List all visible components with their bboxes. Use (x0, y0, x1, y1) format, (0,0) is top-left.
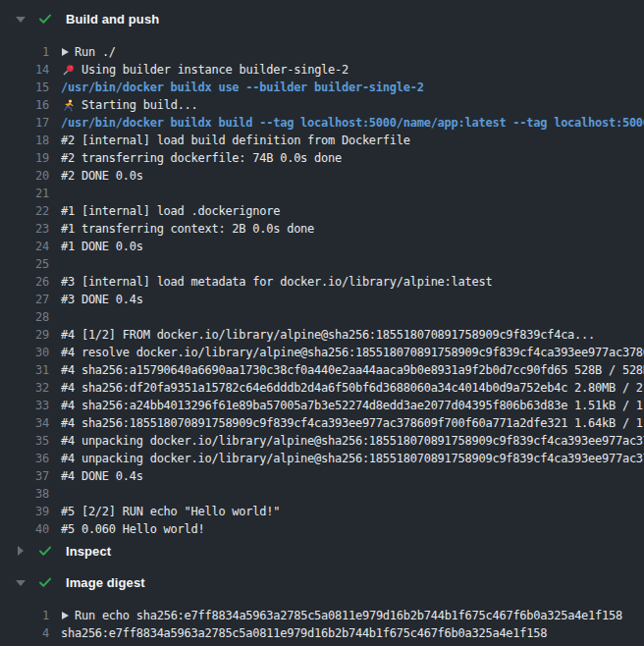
log-line: 21 (0, 185, 644, 202)
log-line: 18 #2 [internal] load build definition f… (0, 132, 644, 149)
line-text: #2 [internal] load build definition from… (61, 132, 644, 149)
line-text: #4 sha256:a15790640a6690aa1730c38cf0a440… (61, 361, 644, 379)
log-line: 4 sha256:e7ff8834a5963a2785c5a0811e979d1… (0, 624, 644, 642)
line-number[interactable]: 14 (0, 61, 49, 79)
log-line: 36 #4 unpacking docker.io/library/alpine… (0, 450, 644, 467)
log-section-image-digest: Image digest 1 Run echo sha256:e7ff8834a… (0, 569, 644, 642)
section-title: Inspect (66, 544, 111, 559)
line-number[interactable]: 24 (0, 238, 49, 255)
line-text: #5 0.060 Hello world! (61, 520, 644, 538)
line-number[interactable]: 1 (0, 607, 49, 624)
log-line: 23 #1 transferring context: 2B 0.0s done (0, 220, 644, 238)
log-line: 40 #5 0.060 Hello world! (0, 520, 644, 538)
line-number[interactable]: 30 (0, 344, 49, 361)
line-text: Starting build... (81, 96, 644, 114)
line-text: Using builder instance builder-single-2 (81, 61, 644, 79)
line-number[interactable]: 22 (0, 202, 49, 220)
line-number[interactable]: 1 (0, 43, 49, 61)
check-icon (37, 543, 53, 559)
line-number[interactable]: 35 (0, 432, 49, 450)
line-text: /usr/bin/docker buildx use --builder bui… (61, 79, 644, 96)
line-number[interactable]: 31 (0, 361, 49, 379)
line-text: #5 [2/2] RUN echo "Hello world!" (61, 503, 644, 520)
log-line: 22 #1 [internal] load .dockerignore (0, 202, 644, 220)
check-icon (37, 574, 53, 590)
line-number[interactable]: 34 (0, 414, 49, 432)
section-title: Build and push (66, 12, 159, 27)
workflow-log: Build and push 1 Run ./ 14 Using builder… (0, 0, 644, 642)
log-line: 38 (0, 485, 644, 503)
section-header-build-and-push[interactable]: Build and push (0, 6, 644, 31)
log-line: 26 #3 [internal] load metadata for docke… (0, 273, 644, 291)
log-section-build-and-push: Build and push 1 Run ./ 14 Using builder… (0, 6, 644, 538)
log-lines: 1 Run ./ 14 Using builder instance build… (0, 43, 644, 538)
log-line: 19 #2 transferring dockerfile: 74B 0.0s … (0, 149, 644, 167)
line-number[interactable]: 36 (0, 450, 49, 467)
line-number[interactable]: 20 (0, 167, 49, 185)
runner-icon (61, 98, 76, 112)
section-header-image-digest[interactable]: Image digest (0, 569, 644, 595)
log-line: 16 Starting build... (0, 96, 644, 114)
line-text: #4 sha256:a24bb4013296f61e89ba57005a7b3e… (61, 397, 644, 414)
log-line: 20 #2 DONE 0.0s (0, 167, 644, 185)
line-text: #4 unpacking docker.io/library/alpine@sh… (61, 432, 644, 450)
line-number[interactable]: 19 (0, 149, 49, 167)
line-number[interactable]: 39 (0, 503, 49, 520)
log-line: 39 #5 [2/2] RUN echo "Hello world!" (0, 503, 644, 520)
log-line: 14 Using builder instance builder-single… (0, 61, 644, 79)
line-number[interactable]: 40 (0, 520, 49, 538)
pushpin-icon (61, 63, 76, 77)
log-line: 1 Run echo sha256:e7ff8834a5963a2785c5a0… (0, 607, 644, 624)
line-text: #4 sha256:185518070891758909c9f839cf4ca3… (61, 414, 644, 432)
line-number[interactable]: 28 (0, 308, 49, 326)
check-icon (37, 11, 53, 27)
log-line: 28 (0, 308, 644, 326)
line-number[interactable]: 15 (0, 79, 49, 96)
line-number[interactable]: 27 (0, 291, 49, 308)
section-header-inspect[interactable]: Inspect (0, 538, 644, 564)
line-text: #3 DONE 0.4s (61, 291, 644, 308)
line-number[interactable]: 21 (0, 185, 49, 202)
chevron-down-icon[interactable] (16, 14, 26, 24)
log-line: 37 #4 DONE 0.4s (0, 467, 644, 485)
chevron-down-icon[interactable] (16, 577, 26, 587)
play-expand-icon[interactable] (61, 612, 69, 620)
line-number[interactable]: 26 (0, 273, 49, 291)
line-number[interactable]: 37 (0, 467, 49, 485)
line-number[interactable]: 25 (0, 255, 49, 273)
line-text: #1 DONE 0.0s (61, 238, 644, 255)
log-line: 33 #4 sha256:a24bb4013296f61e89ba57005a7… (0, 397, 644, 414)
line-text: #4 resolve docker.io/library/alpine@sha2… (61, 344, 644, 361)
log-line: 27 #3 DONE 0.4s (0, 291, 644, 308)
log-line: 17 /usr/bin/docker buildx build --tag lo… (0, 114, 644, 132)
line-number[interactable]: 38 (0, 485, 49, 503)
line-number[interactable]: 16 (0, 96, 49, 114)
line-number[interactable]: 32 (0, 379, 49, 397)
line-number[interactable]: 29 (0, 326, 49, 344)
line-text: sha256:e7ff8834a5963a2785c5a0811e979d16b… (61, 624, 644, 642)
line-number[interactable]: 33 (0, 397, 49, 414)
line-text: #3 [internal] load metadata for docker.i… (61, 273, 644, 291)
log-line: 15 /usr/bin/docker buildx use --builder … (0, 79, 644, 96)
play-expand-icon[interactable] (61, 48, 69, 57)
line-text: #1 transferring context: 2B 0.0s done (61, 220, 644, 238)
line-number[interactable]: 23 (0, 220, 49, 238)
log-line: 32 #4 sha256:df20fa9351a15782c64e6dddb2d… (0, 379, 644, 397)
line-text: /usr/bin/docker buildx build --tag local… (61, 114, 644, 132)
line-text: #4 sha256:df20fa9351a15782c64e6dddb2d4a6… (61, 379, 644, 397)
line-number[interactable]: 4 (0, 624, 49, 642)
log-line: 1 Run ./ (0, 43, 644, 61)
log-line: 24 #1 DONE 0.0s (0, 238, 644, 255)
log-line: 25 (0, 255, 644, 273)
line-text: #1 [internal] load .dockerignore (61, 202, 644, 220)
line-text: #4 DONE 0.4s (61, 467, 644, 485)
log-section-inspect: Inspect (0, 538, 644, 564)
line-text: Run echo sha256:e7ff8834a5963a2785c5a081… (75, 607, 644, 624)
line-number[interactable]: 18 (0, 132, 49, 149)
line-text: Run ./ (75, 43, 644, 61)
chevron-right-icon[interactable] (16, 546, 26, 556)
line-number[interactable]: 17 (0, 114, 49, 132)
line-text: #2 transferring dockerfile: 74B 0.0s don… (61, 149, 644, 167)
log-line: 35 #4 unpacking docker.io/library/alpine… (0, 432, 644, 450)
line-text: #4 [1/2] FROM docker.io/library/alpine@s… (61, 326, 644, 344)
